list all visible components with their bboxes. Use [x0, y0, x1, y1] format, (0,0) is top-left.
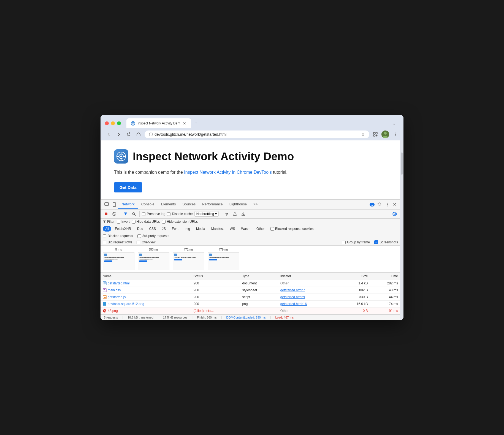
blocked-requests-label[interactable]: Blocked requests [103, 234, 133, 238]
get-data-button[interactable]: Get Data [114, 182, 142, 192]
overview-checkbox[interactable] [137, 241, 140, 244]
filter-button[interactable] [122, 211, 129, 217]
file-name[interactable]: devtools-square-512.png [108, 302, 144, 306]
import-button[interactable] [240, 211, 246, 217]
col-type[interactable]: Type [240, 273, 278, 280]
cell-initiator[interactable]: getstarted.html:7 [278, 287, 339, 294]
menu-button[interactable] [391, 130, 399, 138]
col-size[interactable]: Size [339, 273, 370, 280]
devtools-device-icon[interactable] [110, 200, 118, 209]
new-tab-button[interactable]: + [191, 118, 201, 128]
tab-network[interactable]: Network [118, 200, 138, 209]
hide-data-urls-label[interactable]: Hide data URLs [132, 220, 160, 224]
type-filter-wasm[interactable]: Wasm [239, 226, 253, 232]
clear-button[interactable] [111, 211, 118, 217]
devtools-close-icon[interactable]: ✕ [391, 200, 398, 209]
type-filter-font[interactable]: Font [169, 226, 181, 232]
tab-elements[interactable]: Elements [158, 200, 179, 209]
type-filter-js[interactable]: JS [159, 226, 168, 232]
cell-initiator[interactable]: getstarted.html:9 [278, 294, 339, 301]
type-filter-fetch-xhr[interactable]: Fetch/XHR [112, 226, 134, 232]
blocked-cookies-label[interactable]: Blocked response cookies [270, 227, 313, 231]
settings-wheel-icon[interactable] [391, 211, 398, 217]
profile-button[interactable] [381, 130, 389, 138]
preserve-log-label[interactable]: Preserve log [142, 212, 165, 216]
tab-menu-button[interactable]: ⌄ [389, 119, 399, 128]
tab-lighthouse[interactable]: Lighthouse [226, 200, 250, 209]
devtools-inspect-icon[interactable] [103, 200, 110, 209]
group-by-frame-checkbox[interactable] [342, 241, 346, 244]
col-time[interactable]: Time [370, 273, 400, 280]
disable-cache-label[interactable]: Disable cache [167, 212, 193, 216]
load-time[interactable]: Load: 467 ms [275, 316, 294, 319]
scrollbar[interactable] [400, 140, 403, 320]
blocked-requests-checkbox[interactable] [103, 234, 106, 238]
file-name[interactable]: 48.png [108, 309, 118, 313]
type-filter-other[interactable]: Other [254, 226, 267, 232]
cell-name[interactable]: devtools-square-512.png [101, 301, 191, 308]
dom-content-loaded[interactable]: DOMContentLoaded: 290 ms [226, 316, 266, 319]
screenshot-item-4[interactable]: 479 ms Inspect Network Activity Demo [208, 248, 239, 270]
table-row[interactable]: 48.png(failed) net::...Other0 B91 ms [101, 308, 400, 314]
tab-more[interactable]: >> [250, 200, 261, 209]
invert-checkbox[interactable] [117, 220, 120, 224]
devtools-more-icon[interactable] [383, 200, 391, 209]
preserve-log-checkbox[interactable] [142, 212, 145, 216]
type-filter-css[interactable]: CSS [147, 226, 158, 232]
hide-extension-urls-checkbox[interactable] [162, 220, 166, 224]
hide-extension-urls-label[interactable]: Hide extension URLs [162, 220, 198, 224]
devtools-issue-badge[interactable]: 1 [370, 203, 375, 206]
tab-console[interactable]: Console [138, 200, 158, 209]
cell-name[interactable]: 48.png [101, 308, 191, 314]
devtools-settings-icon[interactable] [376, 200, 383, 209]
invert-checkbox-label[interactable]: Invert [117, 220, 130, 224]
initiator-link[interactable]: getstarted.html:9 [280, 295, 305, 299]
overview-label[interactable]: Overview [137, 240, 155, 244]
active-tab[interactable]: Inspect Network Activity Dem ✕ [126, 118, 191, 128]
screenshots-label[interactable]: ✓ Screenshots [374, 240, 398, 244]
initiator-link[interactable]: getstarted.html:16 [280, 302, 307, 306]
throttle-select[interactable]: No throttling ▾ [194, 211, 219, 217]
cell-name[interactable]: main.css [101, 287, 191, 294]
screenshot-item-2[interactable]: 353 ms Inspect Network Activity Demo Thi… [138, 248, 169, 270]
hide-data-urls-checkbox[interactable] [132, 220, 136, 224]
cell-initiator[interactable]: getstarted.html:16 [278, 301, 339, 308]
col-name[interactable]: Name [101, 273, 191, 280]
tab-sources[interactable]: Sources [179, 200, 199, 209]
home-button[interactable] [135, 130, 142, 138]
big-rows-label[interactable]: Big request rows [103, 240, 132, 244]
extensions-button[interactable] [372, 130, 379, 138]
maximize-button[interactable] [117, 121, 121, 125]
table-row[interactable]: devtools-square-512.png200pnggetstarted.… [101, 301, 400, 308]
refresh-button[interactable] [125, 130, 132, 138]
table-row[interactable]: getstarted.html200documentOther1.4 kB282… [101, 280, 400, 287]
type-filter-img[interactable]: Img [182, 226, 193, 232]
devtools-link[interactable]: Inspect Network Activity In Chrome DevTo… [184, 170, 272, 175]
minimize-button[interactable] [111, 121, 115, 125]
col-initiator[interactable]: Initiator [278, 273, 339, 280]
type-filter-all[interactable]: All [103, 226, 111, 232]
close-button[interactable] [105, 121, 109, 125]
third-party-checkbox[interactable] [137, 234, 141, 238]
third-party-label[interactable]: 3rd-party requests [137, 234, 169, 238]
type-filter-media[interactable]: Media [194, 226, 208, 232]
cell-name[interactable]: getstarted.html [101, 280, 191, 287]
initiator-link[interactable]: getstarted.html:7 [280, 288, 305, 292]
disable-cache-checkbox[interactable] [167, 212, 170, 216]
file-name[interactable]: main.css [108, 288, 121, 292]
cell-name[interactable]: JSgetstarted.js [101, 294, 191, 301]
address-input[interactable] [155, 132, 359, 137]
tab-close-button[interactable]: ✕ [182, 121, 187, 126]
blocked-cookies-checkbox[interactable] [270, 227, 274, 231]
group-by-frame-label[interactable]: Group by frame [342, 240, 370, 244]
stop-recording-button[interactable] [103, 211, 109, 217]
screenshot-item-1[interactable]: 5 ms Inspect Network Activity Demo This … [103, 248, 134, 270]
forward-button[interactable] [115, 130, 123, 138]
back-button[interactable] [105, 130, 113, 138]
file-name[interactable]: getstarted.html [108, 281, 129, 285]
table-row[interactable]: JSgetstarted.js200scriptgetstarted.html:… [101, 294, 400, 301]
big-rows-checkbox[interactable] [103, 241, 106, 244]
screenshot-item-3[interactable]: 472 ms ** Inspect Network Activity Demo [173, 248, 204, 270]
type-filter-manifest[interactable]: Manifest [209, 226, 226, 232]
tab-performance[interactable]: Performance [199, 200, 226, 209]
